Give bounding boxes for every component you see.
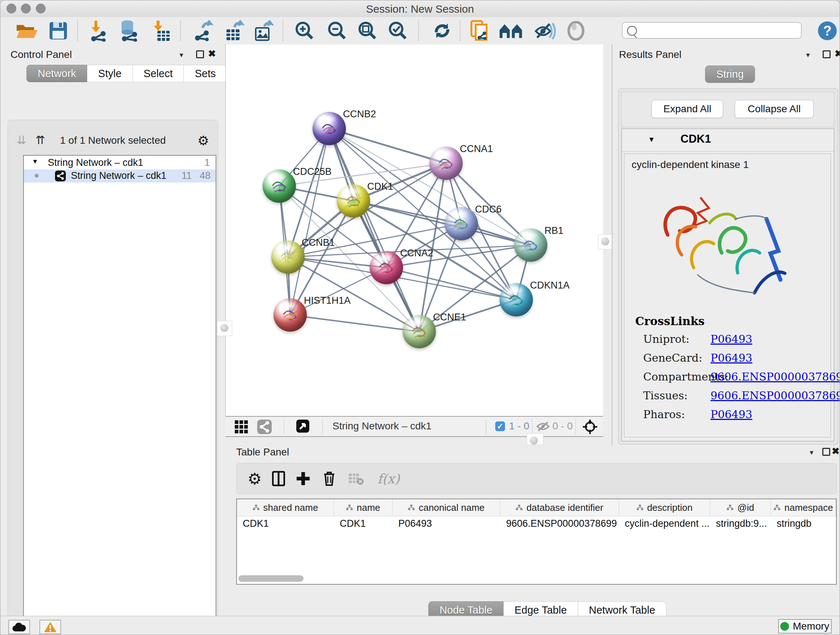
node-hist1h1a[interactable] xyxy=(273,298,307,332)
crosslink-label: Uniprot: xyxy=(643,333,690,345)
cell-namespace[interactable]: stringdb xyxy=(771,516,836,532)
node-ccna2[interactable] xyxy=(370,251,403,284)
export-image-icon[interactable] xyxy=(253,20,274,42)
table-panel-close-icon[interactable]: ✖ xyxy=(832,446,840,457)
network-canvas[interactable]: CCNB2 CCNA1 CDC25B CDK1 CDC6 RB1 CCNB1 xyxy=(225,44,603,416)
node-ccnb2[interactable] xyxy=(313,112,346,145)
function-builder-icon[interactable]: f(x) xyxy=(377,471,400,486)
zoom-in-icon[interactable] xyxy=(294,20,314,41)
warning-status-button[interactable] xyxy=(39,620,61,634)
results-panel-menu-icon[interactable]: ▼ xyxy=(805,52,811,59)
crosslink-link[interactable]: P06493 xyxy=(711,352,752,364)
node-label-cdkn1a: CDKN1A xyxy=(530,280,570,291)
tab-select[interactable]: Select xyxy=(133,65,184,82)
cell-shared-name[interactable]: CDK1 xyxy=(237,516,334,532)
copy-document-icon[interactable] xyxy=(470,19,490,42)
cell--id[interactable]: stringdb:9... xyxy=(710,516,771,532)
tab-style[interactable]: Style xyxy=(87,65,133,82)
node-ccna1[interactable] xyxy=(429,147,463,180)
collection-expander-icon[interactable]: ▼ xyxy=(32,158,38,165)
node-cdc25b[interactable] xyxy=(263,169,296,203)
control-panel-menu-icon[interactable]: ▼ xyxy=(178,52,185,59)
export-network-icon[interactable] xyxy=(193,20,213,42)
cell-database-identifier[interactable]: 9606.ENSP00000378699 xyxy=(500,516,619,532)
splitter-grip[interactable] xyxy=(598,234,613,249)
tab-network[interactable]: Network xyxy=(27,65,87,82)
column-header-shared-name[interactable]: shared name xyxy=(237,499,334,516)
cell-description[interactable]: cyclin-dependent ... xyxy=(619,516,710,532)
column-header-description[interactable]: description xyxy=(619,499,710,516)
export-table-icon[interactable] xyxy=(224,20,245,42)
table-splitter-grip[interactable] xyxy=(527,433,543,445)
tab-sets[interactable]: Sets xyxy=(184,65,227,82)
control-panel-close-icon[interactable]: ✖ xyxy=(208,48,216,59)
node-rb1[interactable] xyxy=(514,228,547,262)
crosslink-link[interactable]: 9606.ENSP00000378699 xyxy=(711,389,840,402)
node-cdc6[interactable] xyxy=(445,207,478,241)
open-session-icon[interactable] xyxy=(15,21,38,40)
results-panel-float-icon[interactable] xyxy=(823,50,831,58)
crosslink-row: GeneCard: P06493 xyxy=(635,352,705,371)
node-ccne1[interactable] xyxy=(403,315,436,348)
search-input[interactable] xyxy=(641,24,798,37)
first-neighbors-icon[interactable] xyxy=(499,21,523,40)
results-panel-tabs: String xyxy=(705,65,755,83)
crosslink-link[interactable]: P06493 xyxy=(711,408,752,421)
node-cdk1[interactable] xyxy=(337,184,370,218)
show-columns-icon[interactable] xyxy=(272,471,285,486)
selected-count: 1 - 0 xyxy=(509,420,529,432)
fit-selected-crosshair-icon[interactable] xyxy=(582,419,598,435)
zoom-fit-icon[interactable] xyxy=(357,20,377,41)
column-header-name[interactable]: name xyxy=(334,499,393,516)
memory-status-dot xyxy=(780,622,789,631)
import-network-database-icon[interactable] xyxy=(118,20,141,42)
hide-selected-icon[interactable] xyxy=(534,21,556,41)
table-settings-gear-icon[interactable]: ⚙ xyxy=(248,470,262,488)
cell-name[interactable]: CDK1 xyxy=(334,516,393,532)
results-panel-close-icon[interactable]: ✖ xyxy=(835,48,840,59)
column-header-canonical-name[interactable]: canonical name xyxy=(393,499,500,516)
control-splitter-grip[interactable] xyxy=(217,321,232,336)
cell-canonical-name[interactable]: P06493 xyxy=(393,516,500,532)
table-hscrollbar[interactable] xyxy=(238,575,303,582)
table-panel-float-icon[interactable] xyxy=(822,448,830,456)
import-table-icon[interactable] xyxy=(152,20,171,42)
grid-view-icon[interactable] xyxy=(235,420,248,433)
column-header--id[interactable]: @id xyxy=(710,499,771,516)
create-column-plus-icon[interactable] xyxy=(296,471,310,486)
network-collection-row[interactable]: ▼ String Network – cdk1 1 xyxy=(24,157,216,169)
network-share-icon[interactable] xyxy=(257,420,272,434)
column-header-namespace[interactable]: namespace xyxy=(771,499,836,516)
memory-button[interactable]: Memory xyxy=(778,619,832,633)
node-ccnb1[interactable] xyxy=(271,241,305,274)
zoom-selected-icon[interactable] xyxy=(387,20,408,41)
save-session-icon[interactable] xyxy=(49,21,68,40)
results-splitter[interactable] xyxy=(603,44,613,435)
control-panel-float-icon[interactable] xyxy=(196,50,204,58)
delete-column-trash-icon[interactable] xyxy=(323,470,336,486)
selected-checkbox-icon[interactable]: ✓ xyxy=(495,421,505,431)
crosslink-link[interactable]: 9606.ENSP00000378699 xyxy=(711,371,840,383)
network-options-gear-icon[interactable]: ⚙ xyxy=(197,133,209,149)
crosslink-label: GeneCard: xyxy=(643,352,702,364)
column-header-database-identifier[interactable]: database identifier xyxy=(500,499,619,516)
help-icon[interactable]: ? xyxy=(818,21,837,41)
hidden-eye-icon[interactable] xyxy=(536,421,550,432)
delete-table-icon[interactable] xyxy=(348,472,364,485)
import-network-file-icon[interactable] xyxy=(88,20,109,42)
table-panel-menu-icon[interactable]: ▼ xyxy=(808,449,815,456)
zoom-out-icon[interactable] xyxy=(327,20,347,41)
entry-expander-icon[interactable]: ▼ xyxy=(648,135,655,144)
node-cdkn1a[interactable] xyxy=(500,283,533,317)
crosslink-link[interactable]: P06493 xyxy=(711,333,752,345)
result-entry-header[interactable]: ▼ CDK1 xyxy=(622,129,834,152)
collapse-all-button[interactable]: Collapse All xyxy=(735,100,813,118)
birds-eye-view-icon[interactable] xyxy=(296,420,309,432)
table-row[interactable]: CDK1CDK1P064939606.ENSP00000378699cyclin… xyxy=(237,516,836,532)
cloud-status-button[interactable] xyxy=(8,620,30,634)
show-all-icon[interactable] xyxy=(567,21,585,41)
refresh-icon[interactable] xyxy=(432,21,452,41)
tab-string[interactable]: String xyxy=(705,65,755,83)
expand-all-button[interactable]: Expand All xyxy=(652,100,723,118)
network-row[interactable]: ● String Network – cdk1 11 48 xyxy=(24,169,216,182)
